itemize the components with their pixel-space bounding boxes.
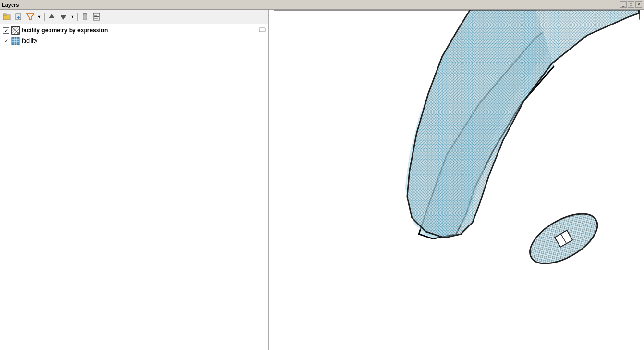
toolbar-separator-2 [77,12,78,21]
open-layer-icon [3,12,12,21]
layer-2-name: facility [22,38,37,44]
layer-1-checkmark: ✓ [4,28,8,33]
layer-2-checkmark: ✓ [4,38,8,44]
window-title: Layers [2,2,19,8]
filter-dropdown-button[interactable]: ▼ [36,12,42,22]
main-layout: ▼ ▼ [0,10,644,350]
filter-button[interactable] [25,12,36,22]
window-controls: _ □ ✕ [620,1,642,8]
minimize-button[interactable]: _ [620,1,627,8]
layer-2-checkbox[interactable]: ✓ [3,38,9,44]
move-up-icon [48,12,56,21]
layer-item-1[interactable]: ✓ facilit [1,25,267,36]
layers-panel: ▼ ▼ [0,10,269,350]
new-layer-icon [14,12,23,21]
move-dropdown-button[interactable]: ▼ [70,12,75,22]
layer-list: ✓ facilit [0,24,268,350]
svg-marker-5 [27,14,34,20]
svg-rect-1 [3,14,6,15]
visibility-icon [259,26,266,33]
svg-rect-4 [18,16,19,19]
map-canvas [269,10,644,350]
filter-icon [26,12,35,21]
close-button[interactable]: ✕ [635,1,642,8]
svg-rect-22 [12,37,19,45]
title-bar: Layers _ □ ✕ [0,0,644,10]
layer-1-checkbox[interactable]: ✓ [3,27,9,34]
layer-1-symbol [11,26,20,35]
layer-1-visibility[interactable] [259,26,266,35]
move-down-button[interactable] [58,12,69,22]
svg-rect-14 [94,15,97,16]
layer-properties-button[interactable] [91,12,102,22]
layers-toolbar: ▼ ▼ [0,10,268,24]
svg-rect-16 [94,18,98,19]
layer-1-icon [11,26,20,35]
svg-marker-7 [61,15,66,20]
layer-item-2[interactable]: ✓ facility [1,36,267,46]
move-down-icon [59,12,68,21]
remove-layer-button[interactable] [80,12,90,22]
svg-marker-6 [49,14,55,18]
move-up-button[interactable] [47,12,57,22]
layer-2-symbol [11,37,20,45]
open-layer-button[interactable] [2,12,12,22]
small-island-group [522,204,606,274]
svg-rect-21 [259,28,265,32]
maximize-button[interactable]: □ [628,1,634,8]
layer-2-icon [11,37,20,45]
map-area[interactable] [269,10,644,350]
remove-layer-icon [81,12,89,21]
svg-rect-15 [94,16,99,17]
layer-properties-icon [92,12,101,21]
layer-1-name: facility geometry by expression [22,27,108,34]
toolbar-separator-1 [44,12,45,21]
new-layer-button[interactable] [13,12,24,22]
